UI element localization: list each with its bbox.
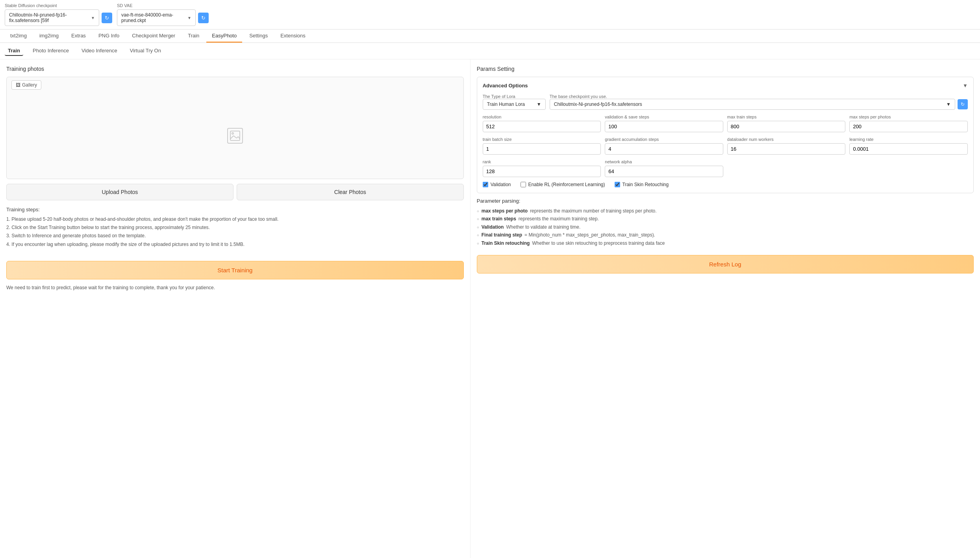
checkpoint-dropdown[interactable]: Chilloutmix-Ni-pruned-fp16-fix.safetenso… bbox=[5, 9, 99, 26]
resolution-group: resolution bbox=[483, 115, 601, 132]
checkpoint-value: Chilloutmix-Ni-pruned-fp16-fix.safetenso… bbox=[9, 12, 89, 23]
gallery-label: Gallery bbox=[22, 82, 37, 88]
sub-tab-video-inference[interactable]: Video Inference bbox=[78, 46, 120, 56]
sub-tab-photo-inference[interactable]: Photo Inference bbox=[30, 46, 72, 56]
max-steps-per-photo-group: max steps per photos bbox=[849, 115, 968, 132]
checkpoint-refresh-button[interactable]: ↻ bbox=[102, 13, 112, 23]
right-panel: Params Setting Advanced Options ▼ The Ty… bbox=[471, 59, 980, 558]
learning-rate-group: learning rate bbox=[849, 137, 968, 155]
train-skin-retouching-checkbox-text: Train Skin Retouching bbox=[622, 182, 669, 187]
nav-tab-extensions[interactable]: Extensions bbox=[275, 30, 311, 42]
bottom-message: We need to train first to predict, pleas… bbox=[6, 283, 464, 292]
validation-checkbox-label[interactable]: Validation bbox=[483, 182, 511, 187]
rank-group: rank bbox=[483, 159, 601, 177]
nav-tab-png-info[interactable]: PNG Info bbox=[93, 30, 125, 42]
param-row-1: resolution validation & save steps max t… bbox=[483, 115, 968, 132]
parsing-text-5: Whether to use skin retouching to prepro… bbox=[532, 239, 665, 247]
photo-placeholder bbox=[7, 93, 463, 179]
rank-input[interactable] bbox=[483, 166, 601, 177]
photo-action-buttons: Upload Photos Clear Photos bbox=[6, 184, 464, 200]
parsing-bold-4: Final training step bbox=[482, 231, 522, 239]
learning-rate-label: learning rate bbox=[849, 137, 968, 142]
train-skin-retouching-checkbox-label[interactable]: Train Skin Retouching bbox=[615, 182, 669, 187]
start-training-button[interactable]: Start Training bbox=[6, 261, 464, 279]
upload-photos-button[interactable]: Upload Photos bbox=[6, 184, 233, 200]
sub-tab-virtual-try-on[interactable]: Virtual Try On bbox=[127, 46, 164, 56]
nav-tab-easyphoto[interactable]: EasyPhoto bbox=[206, 30, 242, 42]
vae-dropdown[interactable]: vae-ft-mse-840000-ema-pruned.ckpt ▼ bbox=[117, 9, 196, 26]
max-steps-per-photo-input[interactable] bbox=[849, 121, 968, 132]
refresh-log-button[interactable]: Refresh Log bbox=[477, 255, 974, 273]
parsing-item-2: max train steps represents the maximum t… bbox=[477, 215, 974, 223]
validation-checkbox[interactable] bbox=[483, 182, 488, 187]
checkpoint-select-row: Chilloutmix-Ni-pruned-fp16-fix.safetenso… bbox=[5, 9, 112, 26]
dataloader-workers-label: dataloader num workers bbox=[727, 137, 846, 142]
nav-tab-extras[interactable]: Extras bbox=[66, 30, 91, 42]
train-batch-size-label: train batch size bbox=[483, 137, 601, 142]
lora-type-arrow-icon: ▼ bbox=[537, 102, 541, 107]
validation-save-steps-input[interactable] bbox=[605, 121, 723, 132]
gradient-accum-input[interactable] bbox=[605, 143, 723, 155]
resolution-label: resolution bbox=[483, 115, 601, 119]
network-alpha-input[interactable] bbox=[605, 166, 723, 177]
params-title: Params Setting bbox=[477, 66, 974, 72]
base-checkpoint-value: Chilloutmix-Ni-pruned-fp16-fix.safetenso… bbox=[554, 102, 642, 107]
max-train-steps-group: max train steps bbox=[727, 115, 846, 132]
nav-tab-checkpoint-merger[interactable]: Checkpoint Merger bbox=[126, 30, 181, 42]
top-bar: Stable Diffusion checkpoint Chilloutmix-… bbox=[0, 0, 980, 30]
vae-refresh-button[interactable]: ↻ bbox=[198, 13, 209, 23]
resolution-input[interactable] bbox=[483, 121, 601, 132]
parsing-item-5: Train Skin retouching Whether to use ski… bbox=[477, 239, 974, 247]
training-steps: Training steps: 1. Please upload 5-20 ha… bbox=[6, 207, 464, 248]
train-batch-size-input[interactable] bbox=[483, 143, 601, 155]
parsing-bold-3: Validation bbox=[482, 223, 504, 231]
validation-checkbox-text: Validation bbox=[491, 182, 511, 187]
checkpoint-label: Stable Diffusion checkpoint bbox=[5, 3, 112, 8]
nav-tab-settings[interactable]: Settings bbox=[244, 30, 273, 42]
parsing-text-2: represents the maximum training step. bbox=[519, 215, 599, 223]
dataloader-workers-input[interactable] bbox=[727, 143, 846, 155]
step-2: 2. Click on the Start Training button be… bbox=[6, 224, 464, 231]
svg-point-5 bbox=[232, 133, 233, 134]
max-train-steps-input[interactable] bbox=[727, 121, 846, 132]
parsing-item-4: Final training step = Min(photo_num * ma… bbox=[477, 231, 974, 239]
photo-upload-area: 🖼 Gallery bbox=[6, 77, 464, 179]
parsing-bold-2: max train steps bbox=[482, 215, 516, 223]
advanced-options: Advanced Options ▼ The Type of Lora Trai… bbox=[477, 77, 974, 193]
checkpoint-arrow-icon: ▼ bbox=[91, 16, 95, 20]
clear-photos-button[interactable]: Clear Photos bbox=[237, 184, 464, 200]
checkpoint-section: Stable Diffusion checkpoint Chilloutmix-… bbox=[5, 3, 112, 26]
max-steps-per-photo-label: max steps per photos bbox=[849, 115, 968, 119]
enable-rl-checkbox-label[interactable]: Enable RL (Reinforcement Learning) bbox=[521, 182, 605, 187]
base-checkpoint-label: The base checkpoint you use. bbox=[550, 94, 968, 99]
parsing-item-1: max steps per photo represents the maxim… bbox=[477, 207, 974, 215]
vae-select-row: vae-ft-mse-840000-ema-pruned.ckpt ▼ ↻ bbox=[117, 9, 209, 26]
nav-tab-img2img[interactable]: img2img bbox=[34, 30, 64, 42]
collapse-button[interactable]: ▼ bbox=[963, 83, 968, 89]
lora-type-group: The Type of Lora Train Human Lora ▼ bbox=[483, 94, 546, 110]
sub-tab-train[interactable]: Train bbox=[5, 46, 23, 56]
base-checkpoint-group: The base checkpoint you use. Chilloutmix… bbox=[550, 94, 968, 110]
rank-label: rank bbox=[483, 159, 601, 164]
svg-rect-0 bbox=[230, 131, 240, 140]
gallery-button[interactable]: 🖼 Gallery bbox=[11, 80, 41, 90]
vae-section: SD VAE vae-ft-mse-840000-ema-pruned.ckpt… bbox=[117, 3, 209, 26]
learning-rate-input[interactable] bbox=[849, 143, 968, 155]
enable-rl-checkbox[interactable] bbox=[521, 182, 526, 187]
vae-arrow-icon: ▼ bbox=[187, 16, 191, 20]
base-checkpoint-dropdown[interactable]: Chilloutmix-Ni-pruned-fp16-fix.safetenso… bbox=[550, 99, 955, 110]
train-batch-size-group: train batch size bbox=[483, 137, 601, 155]
nav-tab-txt2img[interactable]: txt2img bbox=[5, 30, 32, 42]
lora-type-dropdown[interactable]: Train Human Lora ▼ bbox=[483, 99, 546, 110]
advanced-title: Advanced Options bbox=[483, 83, 528, 89]
step-4: 4. If you encounter lag when uploading, … bbox=[6, 241, 464, 248]
base-checkpoint-refresh-button[interactable]: ↻ bbox=[958, 99, 968, 109]
parsing-bold-5: Train Skin retouching bbox=[482, 239, 530, 247]
nav-tab-train[interactable]: Train bbox=[182, 30, 205, 42]
checkbox-row: Validation Enable RL (Reinforcement Lear… bbox=[483, 182, 968, 187]
train-skin-retouching-checkbox[interactable] bbox=[615, 182, 620, 187]
base-checkpoint-arrow-icon: ▼ bbox=[946, 102, 951, 107]
gradient-accum-group: gradient accumulation steps bbox=[605, 137, 723, 155]
step-3: 3. Switch to Inference and generate phot… bbox=[6, 232, 464, 240]
param-row-3: rank network alpha bbox=[483, 159, 968, 177]
